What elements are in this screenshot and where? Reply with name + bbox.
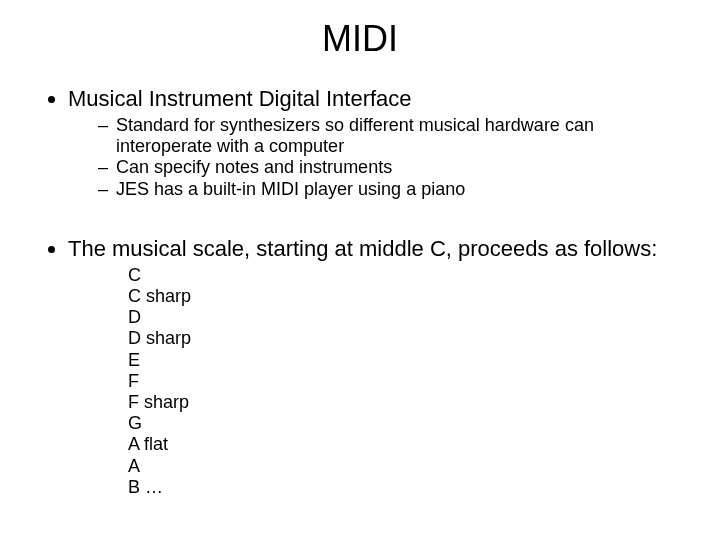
scale-item: D sharp: [128, 328, 680, 349]
bullet-list: Musical Instrument Digital Interface Sta…: [40, 86, 680, 200]
bullet-2: The musical scale, starting at middle C,…: [68, 236, 680, 498]
bullet-1-sub-0: Standard for synthesizers so different m…: [98, 115, 680, 157]
bullet-1: Musical Instrument Digital Interface Sta…: [68, 86, 680, 200]
scale-item: A flat: [128, 434, 680, 455]
scale-item: E: [128, 350, 680, 371]
scale-item: F: [128, 371, 680, 392]
slide-title: MIDI: [0, 0, 720, 60]
scale-item: D: [128, 307, 680, 328]
scale-list: C C sharp D D sharp E F F sharp G A flat…: [68, 265, 680, 499]
scale-item: C sharp: [128, 286, 680, 307]
scale-item: G: [128, 413, 680, 434]
scale-item: C: [128, 265, 680, 286]
spacer: [40, 202, 680, 236]
bullet-1-sub-1: Can specify notes and instruments: [98, 157, 680, 178]
bullet-list-2: The musical scale, starting at middle C,…: [40, 236, 680, 498]
bullet-1-text: Musical Instrument Digital Interface: [68, 86, 412, 111]
slide: MIDI Musical Instrument Digital Interfac…: [0, 0, 720, 540]
scale-item: A: [128, 456, 680, 477]
scale-item: F sharp: [128, 392, 680, 413]
bullet-1-sub-2: JES has a built-in MIDI player using a p…: [98, 179, 680, 200]
scale-item: B …: [128, 477, 680, 498]
bullet-2-text: The musical scale, starting at middle C,…: [68, 236, 657, 261]
slide-body: Musical Instrument Digital Interface Sta…: [0, 60, 720, 498]
bullet-1-sublist: Standard for synthesizers so different m…: [68, 115, 680, 200]
